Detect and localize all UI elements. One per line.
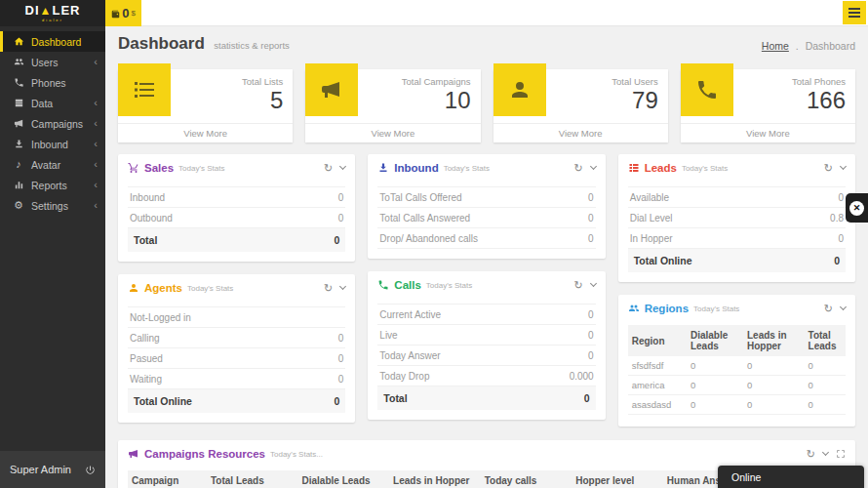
chevron-down-icon[interactable]: [840, 304, 847, 310]
grid-icon: [628, 162, 640, 174]
stat-label: Total Users: [552, 76, 658, 87]
megaphone-icon: [13, 118, 24, 130]
stat-row: Available0: [628, 186, 846, 208]
chevron-left-icon: ‹: [94, 118, 98, 129]
stat-row-label: Calling: [130, 333, 160, 344]
sidebar-item-label: Phones: [31, 77, 66, 89]
stat-row-value: 0: [338, 192, 344, 203]
wallet-currency: $: [131, 9, 135, 18]
stat-row-label: Total Calls Answered: [379, 213, 470, 224]
sidebar-item-phones[interactable]: Phones: [0, 72, 105, 93]
refresh-icon[interactable]: ↻: [824, 304, 833, 314]
wallet-icon: [111, 5, 120, 22]
column-header: Leads in Hopper: [389, 470, 481, 488]
total-value: 0: [334, 395, 339, 407]
view-more-link[interactable]: View More: [118, 123, 293, 142]
leads-rows: Available0Dial Level0.8In Hopper0: [628, 186, 846, 249]
table-cell: america: [628, 376, 687, 395]
stat-label: Total Phones: [739, 76, 846, 87]
close-tab-button[interactable]: ✕: [846, 193, 868, 223]
table-row: america000: [628, 376, 846, 395]
hamburger-menu-icon[interactable]: [843, 1, 866, 24]
breadcrumb-separator: .: [796, 40, 799, 52]
chevron-left-icon: ‹: [94, 180, 98, 190]
sidebar-item-label: Avatar: [31, 159, 60, 171]
sidebar-item-dashboard[interactable]: Dashboard: [0, 31, 105, 52]
panel-title: Sales: [144, 162, 174, 174]
sidebar-item-avatar[interactable]: ♪ Avatar ‹: [0, 154, 105, 175]
main-content: Dashboard statistics & reports Home . Da…: [105, 26, 868, 488]
refresh-icon[interactable]: ↻: [324, 163, 333, 174]
sales-panel: Sales Today's Stats ↻ Inbound0Outbound0 …: [118, 154, 355, 262]
stat-row-value: 0: [338, 333, 344, 344]
stat-row: Live0: [377, 325, 595, 346]
refresh-icon[interactable]: ↻: [573, 280, 582, 291]
sidebar-item-label: Reports: [31, 180, 67, 191]
chevron-down-icon[interactable]: [840, 163, 847, 170]
stat-row: Inbound0: [128, 186, 345, 208]
column-header: Total Leads: [207, 470, 298, 488]
inbound-panel: Inbound Today's Stats ↻ ToTal Calls Offe…: [368, 154, 605, 259]
database-icon: [13, 98, 24, 109]
stat-row-label: Live: [379, 330, 397, 341]
chevron-down-icon[interactable]: [590, 163, 597, 170]
sidebar-item-users[interactable]: Users ‹: [0, 52, 105, 72]
sidebar-item-inbound[interactable]: Inbound ‹: [0, 134, 105, 154]
total-row: Total Online 0: [628, 249, 846, 272]
sidebar-item-reports[interactable]: Reports ‹: [0, 175, 105, 195]
stat-row-value: 0: [588, 350, 594, 361]
chevron-down-icon[interactable]: [339, 163, 346, 170]
stat-row: Dial Level0.8: [628, 208, 846, 228]
refresh-icon[interactable]: ↻: [807, 449, 815, 460]
chevron-down-icon[interactable]: [822, 449, 829, 456]
stat-row-label: ToTal Calls Offered: [379, 192, 461, 203]
table-cell: 0: [805, 356, 846, 376]
refresh-icon[interactable]: ↻: [573, 163, 582, 174]
wallet-balance-button[interactable]: 0 $: [105, 0, 141, 26]
refresh-icon[interactable]: ↻: [824, 163, 833, 174]
breadcrumb-home-link[interactable]: Home: [762, 40, 789, 52]
chevron-down-icon[interactable]: [590, 280, 597, 287]
sidebar-item-campaigns[interactable]: Campaigns ‹: [0, 113, 105, 134]
panel-subtitle: Today's Stats: [444, 164, 490, 173]
table-cell: 0: [805, 376, 846, 395]
expand-icon[interactable]: [836, 449, 846, 459]
close-icon: ✕: [849, 201, 864, 216]
panel-title: Agents: [144, 282, 182, 294]
online-status-badge: Online: [718, 466, 864, 488]
column-header: Region: [628, 325, 687, 356]
bar-chart-icon: [13, 180, 24, 191]
panel-title: Calls: [394, 279, 421, 291]
refresh-icon[interactable]: ↻: [324, 283, 333, 294]
view-more-link[interactable]: View More: [681, 123, 855, 142]
app-logo[interactable]: DI▲LER dialer: [0, 0, 105, 26]
stat-row-label: Today Drop: [379, 371, 429, 382]
calls-rows: Current Active0Live0Today Answer0Today D…: [377, 304, 595, 386]
sidebar-item-label: Users: [31, 57, 58, 68]
table-cell: 0: [743, 376, 805, 395]
stat-row-value: 0: [588, 233, 594, 244]
download-icon: [13, 139, 24, 150]
chevron-left-icon: ‹: [94, 139, 98, 149]
stat-label: Total Lists: [177, 76, 283, 87]
chevron-down-icon[interactable]: [339, 283, 346, 290]
gear-icon: ⚙: [13, 200, 24, 212]
page-header: Dashboard statistics & reports Home . Da…: [105, 26, 868, 58]
stat-row: In Hopper0: [628, 228, 846, 249]
home-icon: [13, 36, 24, 48]
stat-row-label: Outbound: [130, 213, 173, 224]
stat-row: Not-Logged in: [128, 306, 345, 328]
panel-subtitle: Today's Stats: [426, 281, 472, 290]
table-cell: 0: [743, 395, 805, 415]
stat-label: Total Campaigns: [364, 76, 470, 87]
stat-row-value: 0: [838, 233, 844, 244]
stat-row: Drop/ Abandoned calls0: [377, 228, 595, 249]
view-more-link[interactable]: View More: [305, 123, 480, 142]
power-icon[interactable]: [85, 465, 96, 475]
sidebar-item-data[interactable]: Data ‹: [0, 93, 105, 113]
sidebar: Dashboard Users ‹ Phones Data ‹ Campaign…: [0, 26, 105, 488]
sidebar-item-settings[interactable]: ⚙ Settings ‹: [0, 195, 105, 216]
total-label: Total Online: [134, 395, 192, 407]
stat-row-value: 0.000: [570, 371, 594, 382]
view-more-link[interactable]: View More: [493, 123, 668, 142]
